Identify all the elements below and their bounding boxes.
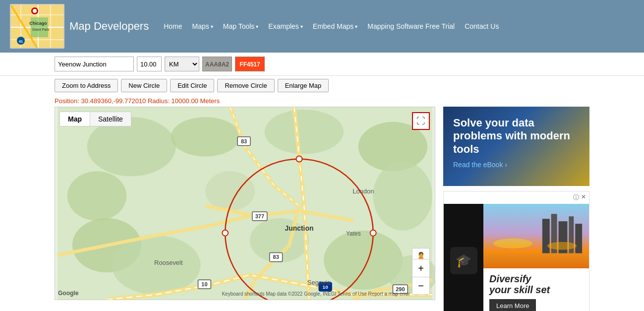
ad-data-ebook: Solve your data problems with modern too… [443, 107, 589, 186]
zoom-in-button[interactable]: + [412, 259, 430, 277]
nav-contact-us[interactable]: Contact Us [465, 22, 499, 30]
main-nav: Home Maps▾ Map Tools▾ Examples▾ Embed Ma… [164, 22, 634, 30]
fullscreen-button[interactable]: ⛶ [412, 112, 430, 130]
unit-select[interactable]: KM Miles Meters [165, 57, 199, 71]
main-content: Map Satellite [0, 107, 644, 311]
zoom-to-address-button[interactable]: Zoom to Address [55, 79, 118, 92]
map-type-toggle: Map Satellite [59, 112, 131, 126]
color1-picker[interactable]: AAA8A2 [202, 57, 232, 71]
ad-skill: ⓘ ✕ 🎓 [443, 191, 589, 311]
site-header: 41 Chicago Grant Park Map Developers Hom… [0, 0, 644, 53]
nav-maps[interactable]: Maps▾ [192, 22, 213, 30]
right-sidebar: Solve your data problems with modern too… [443, 107, 589, 311]
edit-circle-button[interactable]: Edit Circle [170, 79, 214, 92]
svg-point-46 [370, 230, 376, 236]
svg-rect-53 [542, 219, 550, 253]
color2-picker[interactable]: FF4517 [235, 57, 265, 71]
ad-skill-text: Diversifyyour skill set Learn More [483, 268, 589, 311]
site-title: Map Developers [69, 20, 149, 33]
ad-info-icon[interactable]: ⓘ [573, 193, 579, 202]
radius-input[interactable] [137, 57, 162, 71]
position-info: Position: 30.489360,-99.772010 Radius: 1… [0, 95, 644, 107]
svg-text:83: 83 [241, 138, 247, 144]
svg-point-20 [265, 110, 344, 154]
map-view-button[interactable]: Map [60, 112, 90, 126]
zoom-out-button[interactable]: − [412, 277, 430, 295]
svg-point-27 [67, 171, 126, 220]
nav-embed-maps[interactable]: Embed Maps▾ [313, 22, 357, 30]
map-section: Map Satellite [55, 107, 435, 311]
logo-map-svg: 41 Chicago Grant Park [11, 5, 64, 49]
svg-rect-57 [575, 224, 582, 253]
ad-ebook-headline: Solve your data problems with modern too… [453, 117, 580, 156]
nav-mapping-software[interactable]: Mapping Software Free Trial [367, 22, 455, 30]
svg-text:Chicago: Chicago [29, 21, 47, 26]
svg-point-45 [222, 230, 228, 236]
google-label: Google [58, 290, 78, 297]
new-circle-button[interactable]: New Circle [121, 79, 167, 92]
nav-examples[interactable]: Examples▾ [268, 22, 302, 30]
svg-text:83: 83 [273, 254, 279, 260]
ad-skill-logo: 🎓 [444, 204, 483, 311]
svg-point-19 [171, 117, 240, 157]
svg-point-22 [373, 161, 432, 230]
ad-skill-top-bar: ⓘ ✕ [444, 191, 589, 204]
enlarge-map-button[interactable]: Enlarge Map [278, 79, 329, 92]
ad-skill-headline: Diversifyyour skill set [489, 273, 583, 295]
remove-circle-button[interactable]: Remove Circle [217, 79, 274, 92]
map-attribution: Keyboard shortcuts Map data ©2022 Google… [222, 291, 410, 297]
svg-rect-10 [31, 17, 48, 37]
ad-skill-body: 🎓 [444, 204, 589, 311]
ad-close-icon[interactable]: ✕ [581, 193, 586, 202]
toolbar: KM Miles Meters AAA8A2 FF4517 [0, 53, 644, 76]
svg-point-59 [547, 242, 577, 250]
fullscreen-icon: ⛶ [416, 116, 425, 126]
logo-area: 41 Chicago Grant Park Map Developers [10, 4, 149, 49]
svg-text:Segovia: Segovia [307, 279, 331, 286]
map-svg: 83 377 10 10 83 290 [55, 107, 435, 300]
svg-text:41: 41 [19, 40, 23, 43]
ad-ebook-cta[interactable]: Read the eBook › [453, 161, 507, 169]
svg-text:Yates: Yates [346, 230, 361, 237]
svg-text:Junction: Junction [285, 224, 313, 232]
action-buttons: Zoom to Address New Circle Edit Circle R… [0, 76, 644, 95]
ad-skill-logo-inner: 🎓 [450, 247, 477, 274]
svg-point-58 [493, 239, 532, 249]
map-canvas[interactable]: 83 377 10 10 83 290 [55, 107, 435, 300]
svg-text:London: London [352, 187, 374, 195]
nav-map-tools[interactable]: Map Tools▾ [223, 22, 259, 30]
svg-point-14 [33, 9, 37, 13]
svg-point-43 [296, 156, 302, 162]
nav-home[interactable]: Home [164, 22, 182, 30]
address-input[interactable] [55, 57, 134, 71]
ad-skill-learn-more-button[interactable]: Learn More [489, 299, 536, 311]
satellite-view-button[interactable]: Satellite [90, 112, 131, 126]
svg-text:10: 10 [201, 281, 207, 287]
svg-text:Roosevelt: Roosevelt [154, 259, 183, 266]
svg-text:377: 377 [255, 213, 264, 219]
ad-skill-photo [483, 204, 589, 268]
logo-map-thumbnail: 41 Chicago Grant Park [10, 4, 64, 49]
svg-text:Grant Park: Grant Park [32, 28, 49, 31]
brand-icon: 🎓 [456, 253, 471, 268]
zoom-controls: + − [412, 259, 430, 295]
ad-photo-svg [483, 204, 589, 253]
